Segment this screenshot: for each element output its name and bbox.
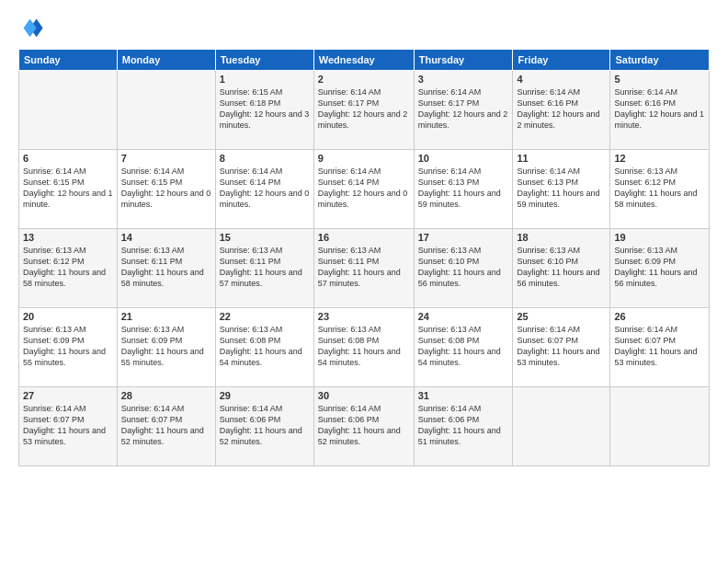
calendar-cell: 31Sunrise: 6:14 AM Sunset: 6:06 PM Dayli… <box>414 387 513 466</box>
day-number: 2 <box>318 74 410 85</box>
calendar-cell: 29Sunrise: 6:14 AM Sunset: 6:06 PM Dayli… <box>215 387 313 466</box>
day-number: 20 <box>23 311 113 322</box>
day-info: Sunrise: 6:13 AM Sunset: 6:09 PM Dayligh… <box>23 324 113 369</box>
day-info: Sunrise: 6:14 AM Sunset: 6:16 PM Dayligh… <box>614 86 705 132</box>
calendar-week-3: 13Sunrise: 6:13 AM Sunset: 6:12 PM Dayli… <box>19 229 710 308</box>
day-number: 28 <box>121 390 211 401</box>
calendar-cell: 14Sunrise: 6:13 AM Sunset: 6:11 PM Dayli… <box>117 229 215 308</box>
weekday-header-monday: Monday <box>117 50 215 71</box>
day-info: Sunrise: 6:13 AM Sunset: 6:08 PM Dayligh… <box>418 324 509 369</box>
calendar-cell: 5Sunrise: 6:14 AM Sunset: 6:16 PM Daylig… <box>610 71 710 150</box>
day-number: 7 <box>121 153 211 164</box>
day-info: Sunrise: 6:14 AM Sunset: 6:16 PM Dayligh… <box>517 86 606 132</box>
calendar-cell: 12Sunrise: 6:13 AM Sunset: 6:12 PM Dayli… <box>610 150 710 229</box>
calendar-cell: 27Sunrise: 6:14 AM Sunset: 6:07 PM Dayli… <box>19 387 118 466</box>
calendar-cell: 28Sunrise: 6:14 AM Sunset: 6:07 PM Dayli… <box>117 387 215 466</box>
day-info: Sunrise: 6:13 AM Sunset: 6:11 PM Dayligh… <box>220 245 310 290</box>
calendar-week-1: 1Sunrise: 6:15 AM Sunset: 6:18 PM Daylig… <box>19 71 710 150</box>
calendar-cell: 23Sunrise: 6:13 AM Sunset: 6:08 PM Dayli… <box>313 308 414 387</box>
day-info: Sunrise: 6:14 AM Sunset: 6:15 PM Dayligh… <box>23 166 113 211</box>
day-info: Sunrise: 6:14 AM Sunset: 6:06 PM Dayligh… <box>318 403 410 448</box>
day-number: 16 <box>318 232 410 243</box>
weekday-header-tuesday: Tuesday <box>215 50 313 71</box>
calendar-week-5: 27Sunrise: 6:14 AM Sunset: 6:07 PM Dayli… <box>19 387 710 466</box>
weekday-header-thursday: Thursday <box>414 50 513 71</box>
day-number: 11 <box>517 153 606 164</box>
calendar-cell: 18Sunrise: 6:13 AM Sunset: 6:10 PM Dayli… <box>513 229 610 308</box>
calendar-header-row: SundayMondayTuesdayWednesdayThursdayFrid… <box>19 50 710 71</box>
day-number: 15 <box>220 232 310 243</box>
day-number: 24 <box>418 311 509 322</box>
day-info: Sunrise: 6:13 AM Sunset: 6:12 PM Dayligh… <box>614 166 705 211</box>
calendar-cell: 13Sunrise: 6:13 AM Sunset: 6:12 PM Dayli… <box>19 229 118 308</box>
day-number: 6 <box>23 153 113 164</box>
day-number: 26 <box>614 311 705 322</box>
day-number: 19 <box>614 232 705 243</box>
day-info: Sunrise: 6:13 AM Sunset: 6:09 PM Dayligh… <box>121 324 211 369</box>
day-info: Sunrise: 6:14 AM Sunset: 6:13 PM Dayligh… <box>418 166 509 211</box>
calendar-cell: 21Sunrise: 6:13 AM Sunset: 6:09 PM Dayli… <box>117 308 215 387</box>
day-number: 25 <box>517 311 606 322</box>
calendar-cell: 25Sunrise: 6:14 AM Sunset: 6:07 PM Dayli… <box>513 308 610 387</box>
calendar-week-2: 6Sunrise: 6:14 AM Sunset: 6:15 PM Daylig… <box>19 150 710 229</box>
day-number: 29 <box>220 390 310 401</box>
logo <box>18 14 48 40</box>
day-info: Sunrise: 6:14 AM Sunset: 6:14 PM Dayligh… <box>220 166 310 211</box>
weekday-header-sunday: Sunday <box>19 50 118 71</box>
calendar-cell <box>610 387 710 466</box>
day-info: Sunrise: 6:14 AM Sunset: 6:06 PM Dayligh… <box>220 403 310 448</box>
day-info: Sunrise: 6:13 AM Sunset: 6:11 PM Dayligh… <box>318 245 410 290</box>
day-info: Sunrise: 6:13 AM Sunset: 6:12 PM Dayligh… <box>23 245 113 290</box>
weekday-header-wednesday: Wednesday <box>313 50 414 71</box>
calendar-cell: 16Sunrise: 6:13 AM Sunset: 6:11 PM Dayli… <box>313 229 414 308</box>
day-number: 17 <box>418 232 509 243</box>
day-number: 13 <box>23 232 113 243</box>
day-number: 14 <box>121 232 211 243</box>
calendar-cell: 15Sunrise: 6:13 AM Sunset: 6:11 PM Dayli… <box>215 229 313 308</box>
day-info: Sunrise: 6:14 AM Sunset: 6:07 PM Dayligh… <box>517 324 606 369</box>
calendar-cell: 26Sunrise: 6:14 AM Sunset: 6:07 PM Dayli… <box>610 308 710 387</box>
weekday-header-saturday: Saturday <box>610 50 710 71</box>
day-info: Sunrise: 6:13 AM Sunset: 6:08 PM Dayligh… <box>220 324 310 369</box>
calendar-cell: 17Sunrise: 6:13 AM Sunset: 6:10 PM Dayli… <box>414 229 513 308</box>
day-info: Sunrise: 6:13 AM Sunset: 6:09 PM Dayligh… <box>614 245 705 290</box>
calendar-cell <box>19 71 118 150</box>
day-info: Sunrise: 6:15 AM Sunset: 6:18 PM Dayligh… <box>220 86 310 132</box>
day-number: 22 <box>220 311 310 322</box>
day-number: 4 <box>517 74 606 85</box>
day-info: Sunrise: 6:14 AM Sunset: 6:07 PM Dayligh… <box>23 403 113 448</box>
day-info: Sunrise: 6:13 AM Sunset: 6:10 PM Dayligh… <box>418 245 509 290</box>
calendar-cell: 9Sunrise: 6:14 AM Sunset: 6:14 PM Daylig… <box>313 150 414 229</box>
calendar-cell: 10Sunrise: 6:14 AM Sunset: 6:13 PM Dayli… <box>414 150 513 229</box>
day-number: 9 <box>318 153 410 164</box>
day-info: Sunrise: 6:14 AM Sunset: 6:14 PM Dayligh… <box>318 166 410 211</box>
day-number: 21 <box>121 311 211 322</box>
day-number: 18 <box>517 232 606 243</box>
calendar-cell: 3Sunrise: 6:14 AM Sunset: 6:17 PM Daylig… <box>414 71 513 150</box>
calendar-cell: 24Sunrise: 6:13 AM Sunset: 6:08 PM Dayli… <box>414 308 513 387</box>
day-info: Sunrise: 6:14 AM Sunset: 6:17 PM Dayligh… <box>418 86 509 132</box>
calendar-cell: 1Sunrise: 6:15 AM Sunset: 6:18 PM Daylig… <box>215 71 313 150</box>
calendar-cell: 4Sunrise: 6:14 AM Sunset: 6:16 PM Daylig… <box>513 71 610 150</box>
day-number: 5 <box>614 74 705 85</box>
weekday-header-friday: Friday <box>513 50 610 71</box>
calendar-week-4: 20Sunrise: 6:13 AM Sunset: 6:09 PM Dayli… <box>19 308 710 387</box>
day-info: Sunrise: 6:14 AM Sunset: 6:06 PM Dayligh… <box>418 403 509 448</box>
day-number: 12 <box>614 153 705 164</box>
day-info: Sunrise: 6:14 AM Sunset: 6:07 PM Dayligh… <box>614 324 705 369</box>
day-number: 10 <box>418 153 509 164</box>
calendar-cell: 11Sunrise: 6:14 AM Sunset: 6:13 PM Dayli… <box>513 150 610 229</box>
day-info: Sunrise: 6:14 AM Sunset: 6:13 PM Dayligh… <box>517 166 606 211</box>
calendar-table: SundayMondayTuesdayWednesdayThursdayFrid… <box>18 49 710 466</box>
calendar-cell: 6Sunrise: 6:14 AM Sunset: 6:15 PM Daylig… <box>19 150 118 229</box>
day-info: Sunrise: 6:14 AM Sunset: 6:15 PM Dayligh… <box>121 166 211 211</box>
day-number: 8 <box>220 153 310 164</box>
calendar-cell: 8Sunrise: 6:14 AM Sunset: 6:14 PM Daylig… <box>215 150 313 229</box>
calendar-cell: 2Sunrise: 6:14 AM Sunset: 6:17 PM Daylig… <box>313 71 414 150</box>
day-number: 3 <box>418 74 509 85</box>
calendar-cell: 20Sunrise: 6:13 AM Sunset: 6:09 PM Dayli… <box>19 308 118 387</box>
logo-icon <box>18 14 44 40</box>
calendar-cell: 30Sunrise: 6:14 AM Sunset: 6:06 PM Dayli… <box>313 387 414 466</box>
calendar-cell: 19Sunrise: 6:13 AM Sunset: 6:09 PM Dayli… <box>610 229 710 308</box>
calendar-cell: 7Sunrise: 6:14 AM Sunset: 6:15 PM Daylig… <box>117 150 215 229</box>
